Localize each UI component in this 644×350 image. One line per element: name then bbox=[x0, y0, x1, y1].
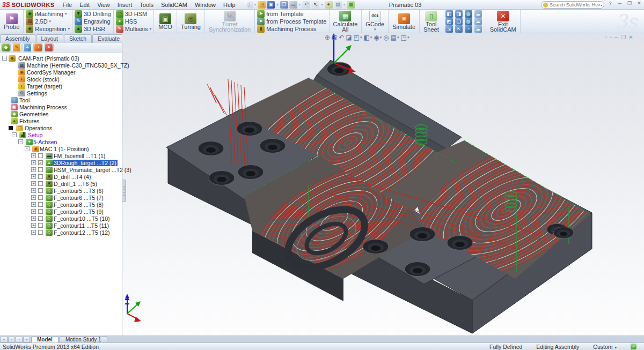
collapse-box-icon[interactable]: − bbox=[12, 132, 17, 137]
expand-box-icon[interactable]: + bbox=[31, 153, 36, 158]
search-input[interactable] bbox=[550, 2, 598, 8]
tree-item-label[interactable]: MAC 1 (1- Position) bbox=[39, 146, 90, 152]
expand-box-icon[interactable]: + bbox=[31, 216, 36, 221]
tree-item-f-contour9-t5-9-[interactable]: +◇F_contour9 ...T5 (9) bbox=[0, 208, 121, 215]
menu-help[interactable]: Help bbox=[219, 1, 239, 9]
menu-tools[interactable]: Tools bbox=[136, 1, 157, 9]
ribbon-button-turning[interactable]: ◎Turning bbox=[179, 12, 202, 31]
dropdown-caret-icon[interactable]: ▾ bbox=[68, 27, 70, 31]
qat-caret-icon[interactable]: ▾ bbox=[254, 3, 257, 7]
operation-checkbox[interactable] bbox=[38, 153, 43, 158]
caret-icon[interactable]: ▾ bbox=[380, 35, 382, 40]
ribbon-button-probe[interactable]: ⚑Probe bbox=[2, 12, 21, 31]
collapse-box-icon[interactable]: − bbox=[2, 56, 7, 61]
tree-item-label[interactable]: Tool bbox=[18, 97, 31, 103]
ribbon-button-gcode[interactable]: G01GCode▾ bbox=[364, 10, 386, 33]
cube-sync-icon[interactable]: ◨ bbox=[455, 10, 463, 18]
operation-checkbox[interactable] bbox=[38, 181, 43, 186]
bottom-tab-motion-study-1[interactable]: Motion Study 1 bbox=[60, 336, 107, 342]
operation-checkbox[interactable] bbox=[38, 230, 43, 235]
undo-icon[interactable]: ↶ bbox=[302, 1, 310, 9]
qat-caret-icon[interactable]: ▾ bbox=[343, 3, 346, 7]
operation-checkbox[interactable] bbox=[38, 188, 43, 193]
graphics-viewport[interactable] bbox=[122, 33, 644, 336]
tree-item-f-contour12-t5-12-[interactable]: +◇F_contour12 ...T5 (12) bbox=[0, 229, 121, 236]
tab-layout[interactable]: Layout bbox=[36, 34, 64, 43]
expand-box-icon[interactable]: + bbox=[31, 223, 36, 228]
status-custom[interactable]: Custom▾ bbox=[593, 344, 617, 350]
panel-splitter-handle[interactable] bbox=[122, 180, 126, 202]
cube-arrows-2-icon[interactable]: ◩ bbox=[445, 18, 453, 25]
tree-item-d-drill-1-t6-5-[interactable]: +▼D_drill_1 ...T6 (5) bbox=[0, 180, 121, 187]
tree-item-label[interactable]: Stock (stock) bbox=[26, 76, 61, 83]
expand-box-icon[interactable]: + bbox=[31, 230, 36, 235]
tree-item-tool[interactable]: TTool bbox=[0, 96, 121, 103]
tree-item-f-contour11-t5-11-[interactable]: +◇F_contour11 ...T5 (11) bbox=[0, 222, 121, 229]
tree-item-coordsys-manager[interactable]: ◉CoordSys Manager bbox=[0, 69, 121, 76]
tree-item-label[interactable]: 3DRough_target ...T2 (2) bbox=[53, 160, 118, 166]
tree-item-label[interactable]: Machine (Hermle-C30_iTNC530_5X_TZ) bbox=[26, 62, 130, 69]
search-caret-icon[interactable]: ▾ bbox=[601, 3, 602, 7]
ribbon-button-from-template[interactable]: ➤from Template bbox=[257, 10, 326, 17]
cloud-2-icon[interactable]: ☁ bbox=[474, 18, 482, 25]
operation-checkbox[interactable] bbox=[38, 202, 43, 207]
qat-caret-icon[interactable]: ▾ bbox=[276, 3, 279, 7]
tree-item-label[interactable]: Setup bbox=[27, 132, 43, 138]
tree-item-label[interactable]: F_contour9 ...T5 (9) bbox=[53, 208, 105, 215]
tree-item-label[interactable]: Operations bbox=[24, 125, 53, 131]
analysis-tab-icon[interactable]: ◔ bbox=[33, 43, 43, 51]
rebuild-traffic-light-icon[interactable]: ● bbox=[325, 1, 333, 9]
operation-checkbox[interactable] bbox=[38, 174, 43, 179]
ribbon-button-simulate[interactable]: ■Simulate bbox=[391, 12, 417, 31]
tab-evaluate[interactable]: Evaluate bbox=[92, 34, 125, 43]
tree-item-stock-stock-[interactable]: ◖Stock (stock) bbox=[0, 76, 121, 83]
tree-item-label[interactable]: FM_facemill ...T1 (1) bbox=[53, 153, 106, 159]
operation-checkbox[interactable] bbox=[38, 195, 43, 200]
tree-item-f-contour10-t5-10-[interactable]: +◇F_contour10 ...T5 (10) bbox=[0, 215, 121, 222]
cube-import-icon[interactable]: ⇱ bbox=[455, 25, 463, 33]
qat-caret-icon[interactable]: ▾ bbox=[321, 3, 323, 7]
ribbon-button-machining-process[interactable]: ▮Machining Process bbox=[257, 25, 326, 32]
tree-item-operations[interactable]: ❒Operations bbox=[0, 124, 121, 131]
first-pane-icon[interactable]: « bbox=[1, 337, 8, 342]
expand-box-icon[interactable]: + bbox=[31, 188, 36, 193]
menu-view[interactable]: View bbox=[93, 1, 114, 9]
save-icon[interactable]: ▣ bbox=[267, 1, 275, 9]
tree-item-label[interactable]: F_contour8 ...T5 (8) bbox=[53, 202, 105, 208]
ribbon-button-3d-drilling[interactable]: ▼3D Drilling bbox=[75, 10, 111, 17]
menu-solidcam[interactable]: SolidCAM bbox=[157, 1, 191, 9]
operation-checkbox[interactable]: ✓ bbox=[38, 160, 43, 165]
bottom-tab-model[interactable]: Model bbox=[31, 336, 58, 342]
tree-item-label[interactable]: HSM_Prismatic_target ...T2 (3) bbox=[53, 167, 133, 173]
tree-item-label[interactable]: D_drill ...T4 (4) bbox=[53, 174, 92, 180]
tree-item-label[interactable]: Fixtures bbox=[18, 118, 40, 124]
operation-checkbox[interactable] bbox=[38, 209, 43, 214]
tree-item-f-contour5-t3-6-[interactable]: +◇F_contour5 ...T3 (6) bbox=[0, 187, 121, 194]
dropdown-caret-icon[interactable]: ▾ bbox=[150, 27, 152, 31]
tree-item-label[interactable]: CAM-Part (Prismatic 03) bbox=[17, 55, 80, 62]
expand-box-icon[interactable]: + bbox=[31, 160, 36, 165]
hide-show-items-icon[interactable]: ◉▾ bbox=[374, 34, 382, 41]
operation-checkbox[interactable] bbox=[38, 216, 43, 221]
zoom-fit-icon[interactable]: ⊕ bbox=[325, 34, 330, 41]
tree-item-f-contour6-t5-7-[interactable]: +◇F_contour6 ...T5 (7) bbox=[0, 194, 121, 201]
operation-checkbox[interactable] bbox=[38, 167, 43, 172]
menu-edit[interactable]: Edit bbox=[76, 1, 93, 9]
help-icon[interactable]: ? bbox=[606, 1, 614, 6]
tree-item-3drough-target-t2-2-[interactable]: +✓▲3DRough_target ...T2 (2) bbox=[0, 159, 121, 166]
ribbon-button-tool-sheet[interactable]: ▯Tool Sheet bbox=[422, 10, 441, 33]
dropdown-caret-icon[interactable]: ▾ bbox=[65, 12, 67, 16]
tree-item-geometries[interactable]: ◆Geometries bbox=[0, 110, 121, 117]
close-icon[interactable]: ✕ bbox=[635, 1, 643, 6]
ribbon-button-imachining[interactable]: ◆iMachining▾ bbox=[26, 10, 70, 17]
tree-item-target-target-[interactable]: ◗Target (target) bbox=[0, 83, 121, 90]
process-tab-icon[interactable]: ✎ bbox=[12, 43, 21, 51]
new-document-icon[interactable]: ▯ bbox=[245, 1, 253, 9]
tab-sketch[interactable]: Sketch bbox=[64, 34, 92, 43]
collapse-box-icon[interactable]: − bbox=[18, 139, 23, 144]
caret-icon[interactable]: ▾ bbox=[614, 346, 617, 349]
expand-box-icon[interactable]: + bbox=[31, 195, 36, 200]
cube-export-icon[interactable]: ⇲ bbox=[445, 25, 453, 33]
globe-gear-icon[interactable]: ◔ bbox=[465, 25, 472, 33]
cube-copy-icon[interactable]: ❏ bbox=[455, 18, 463, 25]
